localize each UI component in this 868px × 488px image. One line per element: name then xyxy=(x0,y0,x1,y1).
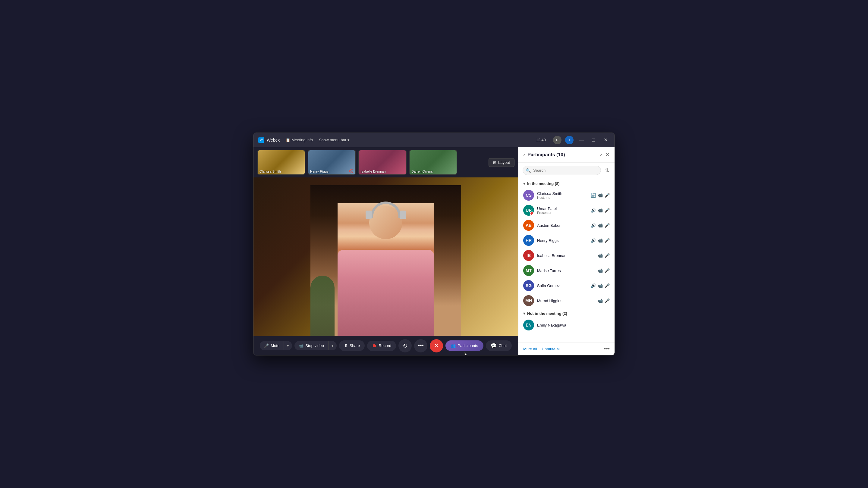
mic-icon-sofia: 🔊 xyxy=(591,283,596,288)
reactions-btn[interactable]: ↻ xyxy=(398,339,412,352)
info-sofia: Sofia Gomez xyxy=(537,284,588,288)
name-isabella: Isabella Brennan xyxy=(537,253,595,258)
footer-more-btn[interactable]: ••• xyxy=(604,346,610,352)
avatar-fallback-sofia: SG xyxy=(523,280,534,291)
participant-row-umar[interactable]: UP ! Umar Patel Presenter 🔊 📹 🎤 xyxy=(518,203,615,218)
participant-row-isabella[interactable]: IB Isabella Brennan 📹 🎤 xyxy=(518,248,615,263)
main-video-bg xyxy=(253,177,518,336)
section-header-not-meeting: ▾ Not in the meeting (2) xyxy=(518,308,615,318)
person-body xyxy=(338,203,434,336)
avatar-fallback-emily: EN xyxy=(523,320,534,330)
minimize-btn[interactable]: — xyxy=(577,136,586,144)
video-split-btn[interactable]: 📹 Stop video ▾ xyxy=(294,341,336,350)
info-emily: Emily Nakagawa xyxy=(537,323,610,327)
section-header-in-meeting: ▾ In the meeting (8) xyxy=(518,178,615,188)
panel-title: Participants (10) xyxy=(527,152,597,158)
more-icon: ••• xyxy=(418,343,424,349)
thumbnail-2[interactable]: 🚫 Henry Riggs xyxy=(308,150,356,175)
thumbnail-3[interactable]: Isabelle Brennan xyxy=(358,150,407,175)
headphone-right xyxy=(400,210,406,219)
panel-popout-icon[interactable]: ⤢ xyxy=(599,153,603,157)
name-henry: Henry Riggs xyxy=(537,238,588,243)
search-wrapper: 🔍 xyxy=(523,166,601,175)
avatar-emily: EN xyxy=(523,320,534,330)
participant-row-clarissa[interactable]: CS Clarissa Smith Host, me 🔄 📹 🎤 xyxy=(518,188,615,203)
video-label: Stop video xyxy=(305,344,324,348)
mic-icon-austen: 🔊 xyxy=(591,223,596,228)
webex-logo: W Webex xyxy=(258,137,280,143)
controls-austen: 🔊 📹 🎤 xyxy=(591,223,610,228)
user-icon-p: P xyxy=(553,136,561,144)
avatar-fallback-marise: MT xyxy=(523,265,534,276)
avatar-isabella: IB xyxy=(523,250,534,261)
thumbnail-4[interactable]: Darren Owens xyxy=(409,150,457,175)
name-clarissa: Clarissa Smith xyxy=(537,191,588,196)
meeting-info-label: Meeting info xyxy=(291,138,313,142)
more-btn[interactable]: ••• xyxy=(414,339,427,352)
main-content: Clarissa Smith 🚫 Henry Riggs Isabelle Br… xyxy=(253,147,615,355)
role-clarissa: Host, me xyxy=(537,196,588,199)
participant-row-austen[interactable]: AB Austen Baker 🔊 📹 🎤 xyxy=(518,218,615,233)
info-austen: Austen Baker xyxy=(537,223,588,228)
thumbnail-name-2: Henry Riggs xyxy=(310,170,329,173)
sort-btn[interactable]: ⇅ xyxy=(603,166,610,175)
avatar-fallback-clarissa: CS xyxy=(523,190,534,201)
mute-chevron-btn[interactable]: ▾ xyxy=(284,341,292,350)
participants-list: ▾ In the meeting (8) CS Clarissa Smith H… xyxy=(518,178,615,343)
layout-label: Layout xyxy=(498,160,510,165)
participants-btn[interactable]: 👥 Participants xyxy=(445,340,484,351)
record-icon: ⏺ xyxy=(372,343,377,349)
participants-icon: 👥 xyxy=(451,344,456,348)
info-murad: Murad Higgins xyxy=(537,298,595,303)
record-label: Record xyxy=(378,344,391,348)
participant-row-marise[interactable]: MT Marise Torres 📹 🎤 xyxy=(518,263,615,278)
show-menu-btn[interactable]: Show menu bar ▾ xyxy=(319,138,350,142)
control-bar: 🎤 Mute ▾ 📹 Stop video ▾ xyxy=(253,336,518,355)
section-chevron-1[interactable]: ▾ xyxy=(523,181,525,186)
panel-close-icon[interactable]: ✕ xyxy=(605,152,610,158)
mic-icon-clarissa: 🔄 xyxy=(591,193,596,198)
avatar-murad: MH xyxy=(523,295,534,306)
section-label-not: Not in the meeting (2) xyxy=(527,311,567,316)
avatar-sofia: SG xyxy=(523,280,534,291)
panel-collapse-icon[interactable]: ‹ xyxy=(523,152,525,158)
mute-all-btn[interactable]: Mute all xyxy=(523,347,537,351)
participant-row-henry[interactable]: HR Henry Riggs 🔊 📹 🎤 xyxy=(518,233,615,248)
maximize-btn[interactable]: □ xyxy=(589,136,598,144)
video-icon-marise: 📹 xyxy=(598,268,603,273)
close-btn[interactable]: ✕ xyxy=(601,136,610,144)
mute-split-btn[interactable]: 🎤 Mute ▾ xyxy=(260,341,292,350)
record-btn[interactable]: ⏺ Record xyxy=(367,341,396,351)
mute-main-btn[interactable]: 🎤 Mute xyxy=(260,341,284,350)
participant-row-murad[interactable]: MH Murad Higgins 📹 🎤 xyxy=(518,293,615,308)
meeting-info-btn[interactable]: 📋 Meeting info xyxy=(286,138,313,142)
video-icon-clarissa: 📹 xyxy=(598,193,603,198)
title-bar-controls: 12:40 P I — □ ✕ xyxy=(536,136,610,144)
video-area: Clarissa Smith 🚫 Henry Riggs Isabelle Br… xyxy=(253,147,518,355)
chat-btn[interactable]: 💬 Chat xyxy=(486,340,512,351)
video-icon-murad: 📹 xyxy=(598,298,603,303)
video-main-btn[interactable]: 📹 Stop video xyxy=(294,341,328,350)
avatar-marise: MT xyxy=(523,265,534,276)
thumbnail-mute-icon-2: 🚫 xyxy=(349,169,353,173)
headphones xyxy=(371,201,401,218)
main-video-person xyxy=(310,185,461,336)
section-chevron-2[interactable]: ▾ xyxy=(523,311,525,316)
unmute-all-btn[interactable]: Unmute all xyxy=(542,347,561,351)
mic-icon-umar: 🔊 xyxy=(591,208,596,213)
search-input[interactable] xyxy=(523,166,601,175)
thumbnail-1[interactable]: Clarissa Smith xyxy=(257,150,305,175)
end-call-btn[interactable]: ✕ xyxy=(430,339,443,352)
main-video xyxy=(253,177,518,336)
chevron-down-icon: ▾ xyxy=(347,138,350,142)
chat-label: Chat xyxy=(498,344,507,348)
layout-button[interactable]: ⊞ Layout xyxy=(489,158,515,167)
name-emily: Emily Nakagawa xyxy=(537,323,610,327)
participant-row-emily[interactable]: EN Emily Nakagawa xyxy=(518,318,615,332)
thumbnail-name-1: Clarissa Smith xyxy=(259,170,281,173)
share-btn[interactable]: ⬆ Share xyxy=(339,340,365,351)
video-chevron-btn[interactable]: ▾ xyxy=(328,341,337,350)
participant-row-sofia[interactable]: SG Sofia Gomez 🔊 📹 🎤 xyxy=(518,278,615,293)
presenter-badge-umar: ! xyxy=(530,212,534,216)
info-clarissa: Clarissa Smith Host, me xyxy=(537,191,588,199)
